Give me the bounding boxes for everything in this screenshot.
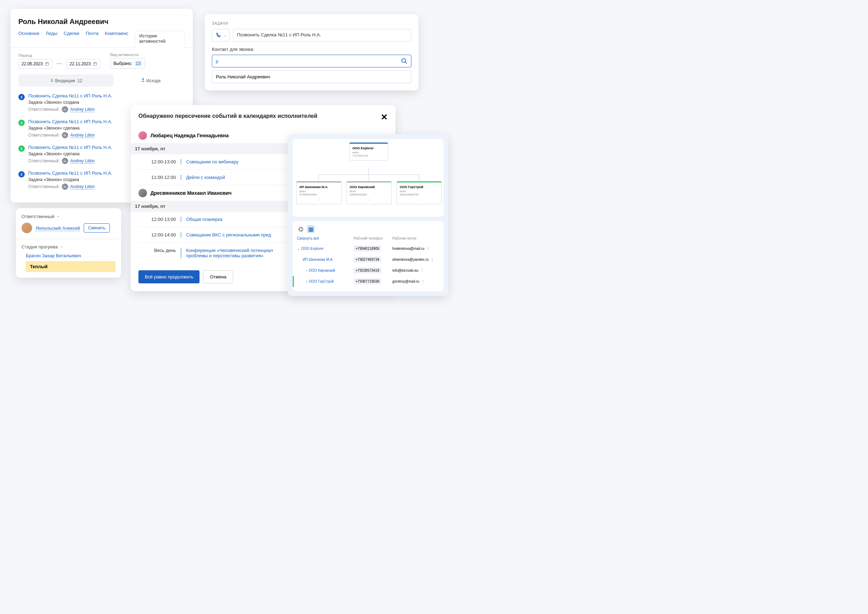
svg-point-2: [402, 59, 406, 62]
org-name[interactable]: ООО Кировский: [297, 268, 353, 273]
tab-compliance[interactable]: Комплаенс: [105, 31, 129, 47]
responsible-name[interactable]: Andrey Litkin: [70, 107, 95, 112]
avatar-mini: AL: [62, 132, 68, 138]
org-name[interactable]: ООО Explorer: [297, 247, 353, 251]
download-icon: [50, 78, 54, 82]
calendar-icon: [45, 62, 49, 66]
contact-title: Роль Николай Андреевич: [19, 18, 185, 26]
dialog-title: Обнаружено пересечение событий в календа…: [138, 113, 317, 119]
outgoing-summary[interactable]: Исходя: [116, 74, 185, 87]
activity-title: Позвонить Сделка №11 с ИП Роль Н.А.: [28, 171, 112, 176]
tree-view-icon[interactable]: ⌬: [297, 225, 305, 233]
incoming-summary[interactable]: Входящие 12: [19, 74, 114, 87]
table-row[interactable]: ИП Шеенкова М.А. +79027459734 sheenkova@…: [297, 254, 439, 265]
responsible-label: Ответственный:: [28, 133, 60, 138]
avatar: [22, 223, 32, 233]
phone-badge[interactable]: +79040118905: [353, 246, 381, 251]
task-search-card: ЗАДАЧИ Позвонить Сделка №11 с ИП Роль Н.…: [205, 14, 418, 90]
date-to-input[interactable]: 22.11.2023: [66, 59, 100, 69]
task-type-select[interactable]: [212, 29, 230, 42]
email: hvalenkova@mail.ru ⋮: [392, 247, 430, 251]
table-row[interactable]: ООО Explorer +79040118905 hvalenkova@mai…: [297, 243, 439, 254]
phone-badge[interactable]: +79387719038: [353, 278, 381, 284]
grid-view-icon[interactable]: ▦: [307, 225, 315, 233]
org-node-root[interactable]: ООО Explorer ИНН 7727563778: [349, 143, 388, 161]
stage-header[interactable]: Стадия прогрева: [22, 244, 115, 250]
activity-title: Позвонить Сделка №11 с ИП Роль Н.А.: [28, 119, 112, 124]
col-email: Рабочая почта: [392, 236, 416, 240]
tab-mail[interactable]: Почта: [86, 31, 98, 47]
stage-badge: Теплый: [26, 261, 115, 272]
svg-rect-0: [45, 62, 49, 65]
close-icon[interactable]: ✕: [381, 113, 388, 121]
email: sheenkova@yandex.ru ⋮: [392, 257, 434, 262]
cancel-button[interactable]: Отмена: [203, 270, 233, 283]
change-button[interactable]: Сменить: [84, 223, 110, 233]
responsible-label: Ответственный:: [28, 158, 60, 163]
task-title-input[interactable]: Позвонить Сделка №11 с ИП Роль Н.А.: [233, 29, 411, 42]
chevron-down-icon[interactable]: ⌄: [299, 198, 338, 201]
org-tree-card: ООО Explorer ИНН 7727563778 ИП Шеенкова …: [288, 134, 448, 296]
activity-type-select[interactable]: Выбрано: 13: [110, 58, 145, 69]
upload-icon: [141, 78, 145, 82]
chevron-down-icon[interactable]: ⌄: [400, 198, 439, 201]
col-phone: Рабочий телефон: [353, 236, 392, 240]
avatar-mini: AL: [62, 158, 68, 164]
org-table: ⌬ ▦ Свернуть всё Рабочий телефон Рабочая…: [293, 221, 443, 291]
activity-subtitle: Задача «Звонок» сделана: [28, 151, 112, 156]
calendar-icon: [93, 62, 97, 66]
svg-rect-1: [93, 62, 97, 65]
table-row[interactable]: ООО Кировский +79238573419 info@kirovski…: [297, 265, 439, 276]
tab-activity-history[interactable]: История активностей: [135, 31, 185, 48]
stage-contact: Брагин Захар Витальевич: [22, 253, 115, 258]
search-icon: [401, 58, 408, 64]
avatar: [138, 131, 147, 140]
phone-badge[interactable]: +79027459734: [353, 257, 381, 262]
responsible-card: Ответственный Янпольский Алексей Сменить…: [16, 208, 121, 278]
tasks-label: ЗАДАЧИ: [212, 21, 411, 25]
org-name[interactable]: ИП Шеенкова М.А.: [297, 257, 353, 262]
activity-subtitle: Задача «Звонок» создана: [28, 100, 112, 105]
avatar-mini: AL: [62, 183, 68, 190]
avatar-mini: AL: [62, 106, 68, 113]
collapse-all-button[interactable]: Свернуть всё: [297, 236, 353, 240]
contact-search-input[interactable]: [212, 55, 411, 67]
responsible-name[interactable]: Andrey Litkin: [70, 158, 95, 164]
responsible-header[interactable]: Ответственный: [22, 214, 115, 219]
responsible-label: Ответственный:: [28, 107, 60, 112]
activity-badge-icon: [19, 146, 25, 152]
activity-badge-icon: [19, 94, 25, 100]
tab-deals[interactable]: Сделки: [64, 31, 79, 47]
chevron-down-icon[interactable]: ⌄: [350, 198, 389, 201]
responsible-name[interactable]: Andrey Litkin: [70, 184, 95, 189]
date-from-input[interactable]: 22.05.2023: [19, 59, 52, 69]
activity-title: Позвонить Сделка №11 с ИП Роль Н.А.: [28, 93, 112, 98]
org-node[interactable]: ООО КировскийИНН34583452353⌄: [347, 181, 392, 204]
avatar: [138, 189, 147, 197]
activity-type-label: Вид активности: [110, 53, 145, 57]
continue-button[interactable]: Всё равно продолжить: [138, 270, 199, 283]
table-row[interactable]: ООО ГорСтрой +79387719038 gorstroy@mail.…: [293, 276, 439, 287]
org-node[interactable]: ИП Шеенкова М.А.ИНН97969834985⌄: [296, 181, 341, 204]
phone-badge[interactable]: +79238573419: [353, 267, 381, 273]
email: gorstroy@mail.ru ⋮: [392, 279, 425, 283]
phone-icon: [216, 33, 221, 38]
search-suggestion[interactable]: Роль Николай Андреевич: [212, 70, 411, 83]
activity-subtitle: Задача «Звонок» создана: [28, 177, 112, 182]
responsible-label: Ответственный:: [28, 184, 60, 189]
activity-title: Позвонить Сделка №11 с ИП Роль Н.А.: [28, 145, 112, 150]
responsible-name[interactable]: Янпольский Алексей: [36, 225, 80, 231]
org-tree: ООО Explorer ИНН 7727563778 ИП Шеенкова …: [293, 139, 443, 217]
email: info@kirovski.eu ⋮: [392, 268, 424, 273]
responsible-name[interactable]: Andrey Litkin: [70, 133, 95, 138]
org-name[interactable]: ООО ГорСтрой: [297, 279, 353, 283]
activity-badge-icon: [19, 119, 25, 126]
tab-main[interactable]: Основное: [19, 31, 40, 47]
activity-badge-icon: [19, 171, 25, 177]
tab-leads[interactable]: Лиды: [46, 31, 58, 47]
contact-label: Контакт для звонка:: [212, 47, 411, 52]
search-field[interactable]: [216, 59, 401, 64]
activity-subtitle: Задача «Звонок» сделана: [28, 126, 112, 130]
org-node[interactable]: ООО ГорСтройИНН365345668765⌄: [397, 181, 442, 204]
tabs: Основное Лиды Сделки Почта Комплаенс Ист…: [11, 31, 193, 48]
